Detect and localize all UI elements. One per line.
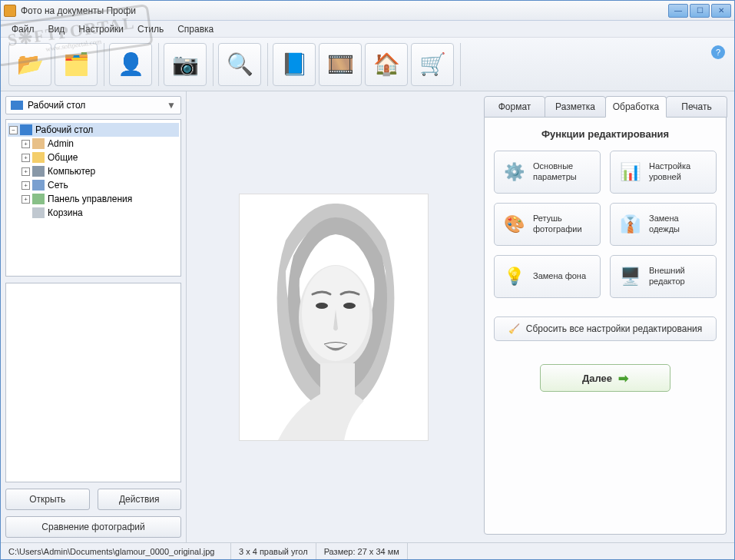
toolbar-magnifier[interactable]: 🔍 <box>218 43 261 86</box>
folder-tree[interactable]: − Рабочий стол + Admin + Общие + Компью <box>5 119 181 277</box>
expand-icon[interactable]: + <box>22 181 30 190</box>
menu-help[interactable]: Справка <box>171 22 220 36</box>
func-label: Ретушь фотографии <box>533 214 592 235</box>
tab-format[interactable]: Формат <box>484 96 545 118</box>
func-label: Замена одежды <box>649 214 708 235</box>
folders-icon: 🗂️ <box>63 51 90 77</box>
desktop-icon <box>11 101 23 110</box>
tree-item-recycle-bin[interactable]: Корзина <box>8 206 179 220</box>
combo-label: Рабочий стол <box>28 100 85 111</box>
func-clothes[interactable]: 👔 Замена одежды <box>610 203 717 246</box>
help-bubble-icon[interactable]: ? <box>711 45 725 59</box>
camera-icon: 📷 <box>172 51 199 77</box>
func-label: Внешний редактор <box>649 266 708 287</box>
expand-icon[interactable]: + <box>22 195 30 204</box>
app-icon <box>4 5 16 17</box>
next-label: Далее <box>582 373 612 384</box>
tree-item-label: Корзина <box>48 207 83 218</box>
folder-icon <box>32 152 45 163</box>
reset-button[interactable]: 🧹 Сбросить все настройки редактирования <box>494 316 717 341</box>
window-title: Фото на документы Профи <box>21 5 668 16</box>
film-reel-icon: 🎞️ <box>327 51 354 77</box>
actions-button[interactable]: Действия <box>98 489 182 510</box>
gear-icon: ⚙️ <box>502 161 525 184</box>
tree-item-label: Панель управления <box>48 194 132 204</box>
toolbar-person[interactable]: 👤 <box>109 43 152 86</box>
center-preview <box>187 91 481 542</box>
tab-pane-processing: Функции редактирования ⚙️ Основные парам… <box>484 117 727 535</box>
tree-root[interactable]: − Рабочий стол <box>8 123 179 137</box>
person-search-icon: 👤 <box>118 51 144 77</box>
tab-layout[interactable]: Разметка <box>545 96 606 118</box>
tree-item-admin[interactable]: + Admin <box>8 137 179 151</box>
statusbar: C:\Users\Admin\Documents\glamour_0000_or… <box>1 542 734 559</box>
palette-icon: 🎨 <box>502 213 525 236</box>
pane-title: Функции редактирования <box>494 128 717 140</box>
tab-print[interactable]: Печать <box>666 96 727 118</box>
portrait-image <box>240 194 428 440</box>
main-content: Рабочий стол ▼ − Рабочий стол + Admin + … <box>1 91 734 542</box>
toolbar-help-book[interactable]: 📘 <box>273 43 316 86</box>
toolbar-film[interactable]: 🎞️ <box>319 43 362 86</box>
svg-point-4 <box>343 303 356 309</box>
person-clothes-icon: 👔 <box>618 213 641 236</box>
toolbar-open-folder[interactable]: 🗂️ <box>55 43 98 86</box>
menu-view[interactable]: Вид <box>42 22 71 36</box>
network-icon <box>32 180 45 191</box>
compare-button[interactable]: Сравнение фотографий <box>5 516 181 538</box>
func-levels[interactable]: 📊 Настройка уровней <box>610 151 717 194</box>
toolbar-cart[interactable]: 🛒 <box>411 43 454 86</box>
func-label: Настройка уровней <box>649 161 708 183</box>
func-basic-params[interactable]: ⚙️ Основные параметры <box>494 151 601 194</box>
thumbnail-preview <box>5 283 181 482</box>
toolbar-camera[interactable]: 📷 <box>164 43 207 86</box>
tab-processing[interactable]: Обработка <box>605 96 667 118</box>
home-icon: 🏠 <box>373 51 400 77</box>
menu-style[interactable]: Стиль <box>131 22 170 36</box>
toolbar: 📂 🗂️ 👤 📷 🔍 📘 🎞️ 🏠 🛒 ? <box>1 38 734 91</box>
menu-file[interactable]: Файл <box>5 22 41 36</box>
menu-settings[interactable]: Настройки <box>72 22 130 36</box>
func-retouch[interactable]: 🎨 Ретушь фотографии <box>494 203 601 246</box>
broom-icon: 🧹 <box>508 323 520 334</box>
close-button[interactable]: ✕ <box>711 4 731 18</box>
desktop-icon <box>20 124 32 135</box>
collapse-icon[interactable]: − <box>9 126 18 134</box>
magnifier-image-icon: 🔍 <box>227 51 253 77</box>
window-controls: — ☐ ✕ <box>668 4 731 18</box>
expand-icon[interactable]: + <box>22 140 30 148</box>
status-size: Размер: 27 x 34 мм <box>316 543 408 559</box>
svg-point-3 <box>316 303 328 309</box>
right-panel: Формат Разметка Обработка Печать Функции… <box>481 91 734 542</box>
tree-item-network[interactable]: + Сеть <box>8 178 179 192</box>
monitor-icon: 🖥️ <box>618 265 641 288</box>
expand-icon[interactable]: + <box>22 154 30 162</box>
status-path: C:\Users\Admin\Documents\glamour_0000_or… <box>1 543 231 559</box>
maximize-button[interactable]: ☐ <box>690 4 710 18</box>
chevron-down-icon: ▼ <box>167 100 176 111</box>
func-external-editor[interactable]: 🖥️ Внешний редактор <box>610 255 717 298</box>
menubar: Файл Вид Настройки Стиль Справка <box>1 21 734 38</box>
minimize-button[interactable]: — <box>668 4 688 18</box>
open-button[interactable]: Открыть <box>5 489 90 510</box>
tabs: Формат Разметка Обработка Печать <box>484 96 727 118</box>
func-background[interactable]: 💡 Замена фона <box>494 255 601 298</box>
photo-preview[interactable] <box>240 194 428 440</box>
next-button[interactable]: Далее ➡ <box>540 364 670 392</box>
tree-item-computer[interactable]: + Компьютер <box>8 164 179 178</box>
toolbar-open-file[interactable]: 📂 <box>8 43 51 86</box>
tree-item-label: Сеть <box>48 180 68 191</box>
tree-item-control-panel[interactable]: + Панель управления <box>8 192 179 206</box>
reset-label: Сбросить все настройки редактирования <box>526 323 703 334</box>
help-book-icon: 📘 <box>281 51 308 77</box>
tree-root-label: Рабочий стол <box>35 124 93 135</box>
tree-item-public[interactable]: + Общие <box>8 151 179 164</box>
status-format: 3 x 4 правый угол <box>231 543 316 559</box>
left-panel: Рабочий стол ▼ − Рабочий стол + Admin + … <box>1 91 187 542</box>
levels-icon: 📊 <box>618 161 641 184</box>
toolbar-home[interactable]: 🏠 <box>365 43 408 86</box>
location-combo[interactable]: Рабочий стол ▼ <box>5 96 181 114</box>
tree-item-label: Компьютер <box>48 166 95 177</box>
function-grid: ⚙️ Основные параметры 📊 Настройка уровне… <box>494 151 717 298</box>
expand-icon[interactable]: + <box>22 167 30 176</box>
